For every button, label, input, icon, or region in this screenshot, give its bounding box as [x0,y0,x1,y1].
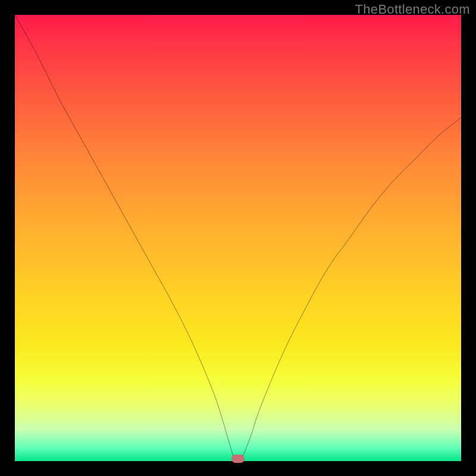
watermark-text: TheBottleneck.com [355,2,470,17]
plot-area [15,15,461,461]
optimum-marker [231,455,245,463]
bottleneck-curve [15,15,461,461]
chart-frame: TheBottleneck.com [0,0,476,476]
